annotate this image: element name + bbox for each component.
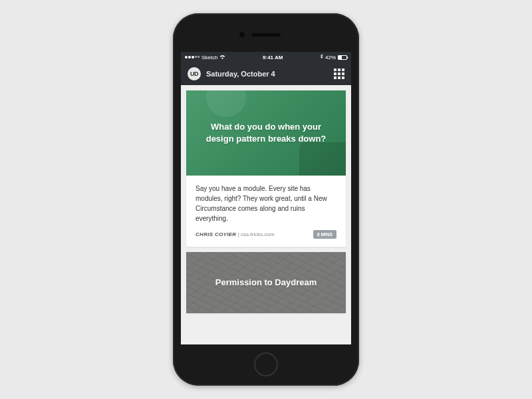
phone-frame: Sketch 9:41 AM 42% UD Saturday, October … xyxy=(173,13,359,386)
app-logo[interactable]: UD xyxy=(188,67,201,80)
phone-speaker xyxy=(251,33,281,37)
card-excerpt: Say you have a module. Every site has mo… xyxy=(186,176,346,230)
feed[interactable]: What do you do when your design pattern … xyxy=(181,85,351,313)
battery-icon xyxy=(338,55,347,60)
card-hero: Permission to Daydream xyxy=(186,252,346,313)
header-left: UD Saturday, October 4 xyxy=(188,67,275,80)
wifi-icon xyxy=(219,55,225,61)
card-source: | css-tricks.com xyxy=(238,231,275,237)
phone-camera xyxy=(239,32,245,37)
card-author: CHRIS COYIER xyxy=(196,231,236,237)
signal-dots-icon xyxy=(185,56,200,59)
card-byline: CHRIS COYIER | css-tricks.com xyxy=(196,231,275,237)
screen: Sketch 9:41 AM 42% UD Saturday, October … xyxy=(181,52,351,344)
app-header: UD Saturday, October 4 xyxy=(181,63,351,85)
card-hero: What do you do when your design pattern … xyxy=(186,90,346,176)
status-right: 42% xyxy=(320,54,347,61)
status-time: 9:41 AM xyxy=(263,55,283,61)
home-button[interactable] xyxy=(254,352,278,376)
header-date: Saturday, October 4 xyxy=(206,70,275,78)
grid-menu-icon[interactable] xyxy=(334,68,344,79)
status-bar: Sketch 9:41 AM 42% xyxy=(181,52,351,63)
battery-pct: 42% xyxy=(325,55,336,61)
article-card[interactable]: What do you do when your design pattern … xyxy=(186,90,346,247)
bluetooth-icon xyxy=(320,54,323,61)
read-time-badge: 8 MINS xyxy=(313,230,336,239)
card-meta: CHRIS COYIER | css-tricks.com 8 MINS xyxy=(186,230,346,247)
card-title: What do you do when your design pattern … xyxy=(200,121,332,145)
carrier-label: Sketch xyxy=(201,55,217,61)
card-title: Permission to Daydream xyxy=(215,277,317,289)
article-card[interactable]: Permission to Daydream xyxy=(186,252,346,313)
status-left: Sketch xyxy=(185,55,225,61)
